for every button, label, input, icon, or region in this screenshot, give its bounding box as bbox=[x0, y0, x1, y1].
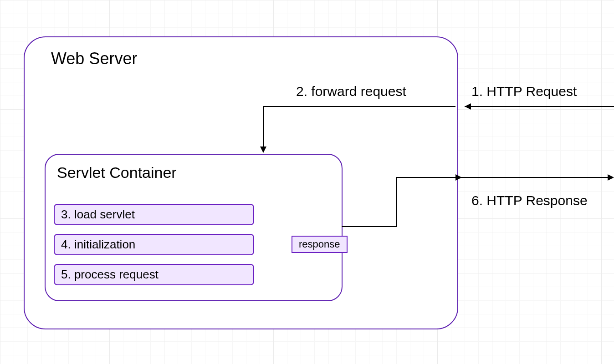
servlet-container-title: Servlet Container bbox=[57, 164, 177, 182]
response-label: response bbox=[292, 236, 348, 253]
arrow-http-response bbox=[458, 174, 614, 181]
arrow-http-request bbox=[465, 103, 614, 110]
label-http-request: 1. HTTP Request bbox=[471, 84, 577, 99]
label-forward-request: 2. forward request bbox=[296, 84, 406, 99]
svg-marker-5 bbox=[608, 174, 614, 181]
step-load-servlet: 3. load servlet bbox=[54, 204, 254, 225]
web-server-title: Web Server bbox=[51, 49, 137, 68]
step-initialization: 4. initialization bbox=[54, 234, 254, 255]
step-process-request: 5. process request bbox=[54, 264, 254, 285]
svg-marker-1 bbox=[465, 103, 471, 110]
diagram-canvas: Web Server Servlet Container 3. load ser… bbox=[0, 0, 614, 364]
label-http-response: 6. HTTP Response bbox=[471, 193, 588, 208]
